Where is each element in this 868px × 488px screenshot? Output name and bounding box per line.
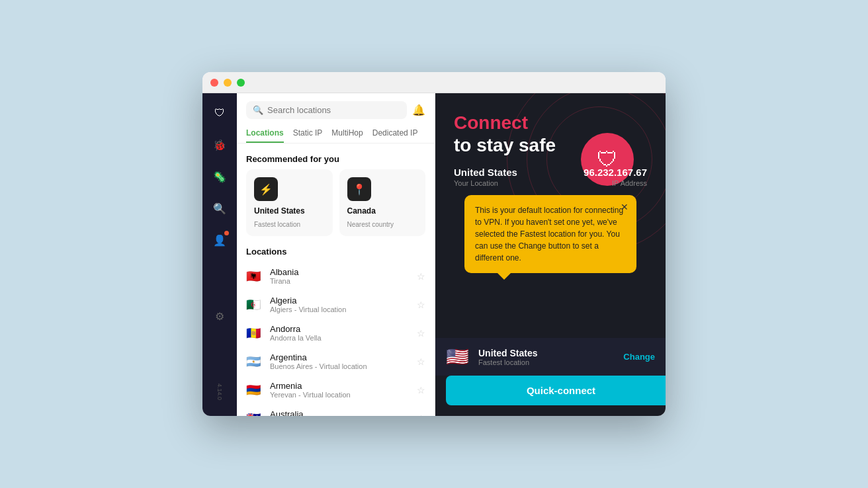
your-location-label: Your Location [454,179,517,187]
connect-text: Connect to stay safe [454,112,647,156]
change-location-button[interactable]: Change [623,352,655,362]
search-bar: 🔍 🔔 [237,93,435,124]
search-input[interactable] [267,105,400,115]
right-panel: 🛡 Connect to stay safe United States You… [435,93,666,416]
bottom-location-name: United States [478,348,614,358]
sidebar-item-snooze[interactable]: 🔍 [210,199,229,218]
rec-name-us: United States [254,206,305,216]
sidebar-item-shield[interactable]: 🛡 [210,104,229,122]
tab-static-ip[interactable]: Static IP [293,124,323,143]
flag-australia: 🇦🇺 [246,413,263,417]
titlebar [202,72,666,93]
bottom-location-sub: Fastest location [478,358,614,366]
list-item[interactable]: 🇦🇩 Andorra Andorra la Vella ☆ [237,319,435,347]
star-albania[interactable]: ☆ [417,271,425,282]
bottom-bar: 🇺🇸 United States Fastest location Change [435,338,666,376]
loc-info-argentina: Argentina Buenos Aires - Virtual locatio… [270,352,410,370]
app-body: 🛡 🐞 🦠 🔍 👤 ⚙ 4.14.0 🔍 🔔 Locations [202,93,666,416]
bell-icon[interactable]: 🔔 [412,104,425,116]
locations-scroll: Recommended for you ⚡ United States Fast… [237,146,435,416]
loc-actions-albania: ☆ [417,271,425,282]
recommended-title: Recommended for you [237,146,435,169]
loc-actions-argentina: ☆ [417,356,425,367]
rec-icon-ca: 📍 [347,177,371,201]
rec-name-ca: Canada [347,206,376,216]
list-item[interactable]: 🇦🇲 Armenia Yerevan - Virtual location ☆ [237,376,435,404]
tab-multihop[interactable]: MultiHop [331,124,363,143]
rec-sub-us: Fastest location [254,221,300,228]
recommended-grid: ⚡ United States Fastest location 📍 Canad… [237,169,435,244]
app-window: 🛡 🐞 🦠 🔍 👤 ⚙ 4.14.0 🔍 🔔 Locations [202,72,666,416]
rec-icon-us: ⚡ [254,177,278,201]
loc-actions-australia: ▼ ☆ [405,413,425,417]
rec-sub-ca: Nearest country [347,221,394,228]
bottom-loc-info: United States Fastest location [478,348,614,366]
tab-dedicated-ip[interactable]: Dedicated IP [372,124,418,143]
flag-albania: 🇦🇱 [246,270,263,282]
search-icon: 🔍 [253,105,263,115]
tooltip-box: ✕ This is your default location for conn… [464,195,636,273]
sidebar-item-privacy[interactable]: 🐞 [210,136,229,154]
loc-info-albania: Albania Tirana [270,267,410,285]
tab-locations[interactable]: Locations [246,124,284,143]
recommended-item-ca[interactable]: 📍 Canada Nearest country [339,169,426,236]
tooltip-text: This is your default location for connec… [475,206,623,263]
loc-actions-algeria: ☆ [417,300,425,310]
list-item[interactable]: 🇦🇺 Australia Fastest ▼ ☆ [237,404,435,416]
loc-actions-andorra: ☆ [417,328,425,339]
ip-address: 96.232.167.67 [584,167,647,178]
location-info-row: United States Your Location 96.232.167.6… [454,167,647,187]
hero-section: 🛡 Connect to stay safe United States You… [435,93,666,338]
ip-label: IP Address [584,179,647,187]
locations-panel: 🔍 🔔 Locations Static IP MultiHop Dedicat… [237,93,435,416]
ip-info: 96.232.167.67 IP Address [584,167,647,187]
sidebar-item-network[interactable]: 🦠 [210,167,229,186]
list-item[interactable]: 🇦🇱 Albania Tirana ☆ [237,262,435,290]
version-label: 4.14.0 [216,384,223,405]
tabs: Locations Static IP MultiHop Dedicated I… [237,124,435,143]
your-location: United States Your Location [454,167,517,187]
search-input-wrap[interactable]: 🔍 [246,101,407,119]
list-item[interactable]: 🇩🇿 Algeria Algiers - Virtual location ☆ [237,290,435,319]
tooltip-close-button[interactable]: ✕ [621,202,629,212]
tooltip-arrow [498,273,511,280]
loc-info-algeria: Algeria Algiers - Virtual location [270,296,410,313]
loc-actions-armenia: ☆ [417,385,425,395]
close-button[interactable] [210,79,218,87]
flag-algeria: 🇩🇿 [246,299,263,311]
your-location-name: United States [454,167,517,178]
connect-title: Connect [454,112,647,134]
bottom-section: 🇺🇸 United States Fastest location Change… [435,338,666,416]
quick-connect-button[interactable]: Quick-connect [446,376,666,405]
flag-armenia: 🇦🇲 [246,384,263,396]
loc-info-andorra: Andorra Andorra la Vella [270,324,410,342]
sidebar-item-account[interactable]: 👤 [210,231,229,249]
recommended-item-us[interactable]: ⚡ United States Fastest location [246,169,333,236]
star-algeria[interactable]: ☆ [417,300,425,310]
star-andorra[interactable]: ☆ [417,328,425,339]
maximize-button[interactable] [237,79,245,87]
flag-argentina: 🇦🇷 [246,356,263,368]
account-badge [224,231,229,235]
loc-info-australia: Australia Fastest [270,409,398,416]
sidebar: 🛡 🐞 🦠 🔍 👤 ⚙ 4.14.0 [202,93,237,416]
locations-section-title: Locations [237,244,435,262]
star-australia[interactable]: ☆ [417,413,425,417]
list-item[interactable]: 🇦🇷 Argentina Buenos Aires - Virtual loca… [237,347,435,376]
connect-subtitle: to stay safe [454,134,647,157]
loc-info-armenia: Armenia Yerevan - Virtual location [270,381,410,399]
star-argentina[interactable]: ☆ [417,356,425,367]
flag-us-large: 🇺🇸 [446,346,469,368]
flag-andorra: 🇦🇩 [246,327,263,339]
minimize-button[interactable] [224,79,232,87]
star-armenia[interactable]: ☆ [417,385,425,395]
sidebar-item-settings[interactable]: ⚙ [210,307,229,325]
chevron-down-icon: ▼ [405,414,413,417]
